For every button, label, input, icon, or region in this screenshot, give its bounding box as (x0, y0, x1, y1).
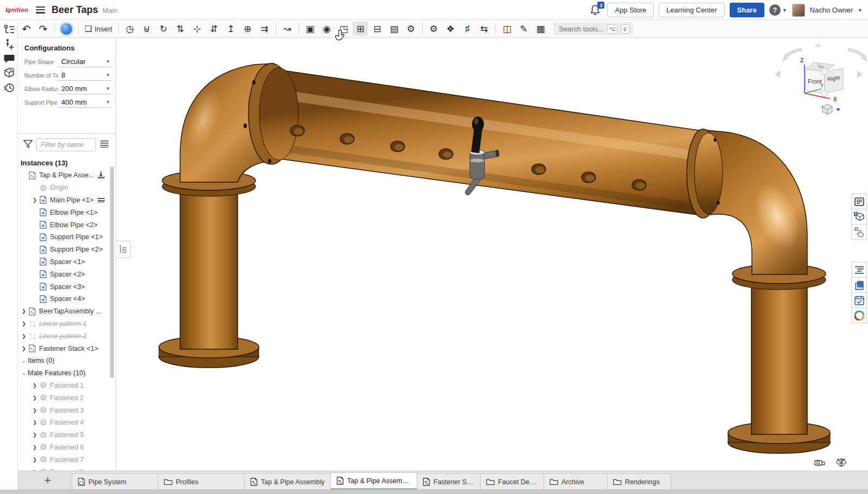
tree-item-row[interactable]: Spacer <4> (18, 293, 116, 305)
support-pipe-1[interactable] (159, 171, 259, 368)
config-value-dropdown[interactable]: 200 mm▼ (58, 84, 111, 94)
pin-slot-mate-icon[interactable]: ↥ (223, 22, 238, 36)
chevron-right-icon[interactable]: ❯ (20, 321, 28, 326)
rotate-up-arrow[interactable] (814, 43, 822, 47)
tree-item-row[interactable]: Spacer <1> (18, 256, 116, 268)
properties-panel-icon[interactable] (851, 194, 867, 209)
tree-item-row[interactable]: ❯Fastened 1 (18, 380, 116, 392)
slider-mate-icon[interactable]: ⇅ (173, 22, 188, 36)
planar-mate-icon[interactable]: ⊹ (189, 22, 205, 36)
bom-table-icon[interactable]: ▦ (533, 22, 548, 36)
search-tools-input[interactable]: Search tools... ⌥ c (553, 22, 633, 35)
linear-pattern-icon[interactable]: ▤ (386, 22, 401, 36)
graphics-area[interactable]: Front Right Top Z X Y (18, 38, 868, 471)
chevron-right-icon[interactable]: ❯ (31, 420, 39, 425)
document-tab[interactable]: Archive (544, 473, 608, 490)
group-icon[interactable]: ▣ (302, 22, 317, 36)
tree-item-row[interactable]: Elbow Pipe <2> (18, 219, 116, 231)
tree-item-row[interactable]: ❯Fastened 6 (18, 441, 116, 454)
rotate-right-step-arrow[interactable] (857, 70, 863, 78)
tree-section-row[interactable]: ⌄Mate Features (10) (18, 367, 116, 380)
bom-panel-icon[interactable] (851, 307, 867, 323)
insert-button[interactable]: ❏ Insert (81, 24, 116, 34)
chevron-right-icon[interactable]: ❯ (20, 346, 28, 351)
hidden-instances-icon[interactable] (851, 209, 867, 224)
list-options-icon[interactable] (100, 140, 109, 150)
config-value-dropdown[interactable]: 8▼ (58, 70, 111, 81)
history-icon[interactable] (0, 80, 18, 95)
chevron-right-icon[interactable]: ❯ (31, 408, 39, 413)
rotate-left-step-arrow[interactable] (775, 70, 780, 78)
tree-item-row[interactable]: ❯BeerTapAssembly ... (18, 305, 116, 318)
assembly-3d-view[interactable] (18, 38, 868, 471)
comb-pattern-icon[interactable]: ♯ (459, 22, 475, 36)
document-tab[interactable]: Profiles (158, 473, 245, 490)
chevron-right-icon[interactable]: ❯ (31, 197, 39, 203)
undo-button[interactable]: ↶ (19, 22, 34, 36)
document-tab[interactable]: Fastener Stack (417, 473, 481, 490)
tree-item-row[interactable]: ❯Linear pattern 1 (18, 318, 116, 330)
help-cube-icon[interactable]: ? (0, 66, 18, 80)
tree-item-row[interactable]: ❯Fastener Stack <1> (18, 342, 116, 355)
main-pipe[interactable] (244, 63, 723, 218)
versions-icon[interactable] (0, 36, 18, 51)
tree-item-row[interactable]: ❯Main Pipe <1> (18, 194, 116, 207)
tree-item-row[interactable]: Support Pipe <1> (18, 231, 116, 243)
chevron-right-icon[interactable]: ❯ (31, 383, 39, 388)
document-tab[interactable]: Tap & Pipe Assembly (244, 473, 331, 490)
ball-mate-icon[interactable]: ⊕ (240, 22, 255, 36)
tree-item-row[interactable]: ❯Fastened 3 (18, 404, 116, 416)
view-cube[interactable]: Front Right Top Z X Y (764, 41, 868, 119)
elbow-pipe-2[interactable] (706, 130, 808, 274)
chevron-right-icon[interactable]: ❯ (31, 432, 39, 438)
tree-scrollbar[interactable] (110, 166, 114, 378)
tasks-panel-icon[interactable] (851, 292, 867, 308)
avatar[interactable] (792, 4, 805, 17)
chevron-down-icon[interactable]: ⌄ (20, 370, 28, 376)
update-document-icon[interactable] (61, 23, 72, 35)
chevron-right-icon[interactable]: ❯ (20, 309, 28, 314)
copy-in-context-icon[interactable]: ⊟ (369, 22, 385, 36)
tree-item-row[interactable]: ❯Fastened 7 (18, 453, 116, 466)
view-options-button[interactable] (822, 104, 840, 114)
tree-item-row[interactable]: ❯Fastened 8 (18, 466, 116, 471)
tree-item-row[interactable]: ❯Fastened 2 (18, 392, 116, 404)
filter-input[interactable] (36, 138, 96, 151)
feature-list-icon[interactable] (851, 262, 867, 278)
redo-button[interactable]: ↷ (36, 22, 51, 36)
app-store-button[interactable]: App Store (607, 3, 654, 17)
fastened-mate-icon[interactable]: ⊎ (139, 22, 154, 36)
tree-item-row[interactable]: Spacer <3> (18, 280, 116, 293)
revolute-mate-icon[interactable]: ↻ (156, 22, 171, 36)
config-value-dropdown[interactable]: 400 mm▼ (58, 97, 111, 108)
measure-icon[interactable] (814, 457, 826, 467)
drawing-icon[interactable]: ✎ (516, 22, 531, 36)
chevron-right-icon[interactable]: ❯ (20, 333, 28, 339)
assembly-structure-icon[interactable] (0, 22, 18, 36)
drag-part-icon[interactable] (851, 224, 867, 240)
section-view-icon[interactable]: ◫ (499, 22, 514, 36)
rollback-bar-icon[interactable]: ◷ (122, 22, 137, 36)
tree-item-row[interactable]: Support Pipe <2> (18, 243, 116, 256)
tree-item-row[interactable]: Spacer <2> (18, 268, 116, 280)
insert-feature-icon[interactable]: ◉ (319, 22, 334, 36)
tree-item-row[interactable]: ❯Fastened 4 (18, 416, 116, 429)
panel-collapse-handle[interactable] (116, 241, 131, 258)
help-menu[interactable]: ? ▼ (769, 4, 787, 16)
chevron-right-icon[interactable]: ❯ (31, 457, 39, 463)
chevron-right-icon[interactable]: ❯ (31, 445, 39, 450)
replicate-icon[interactable]: ⊞ (353, 22, 368, 36)
document-tab[interactable]: Pipe System (72, 473, 158, 490)
subassembly-icon[interactable]: ⚙ (403, 22, 418, 36)
chevron-right-icon[interactable]: ❯ (31, 395, 39, 401)
cylindrical-mate-icon[interactable]: ⇵ (206, 22, 221, 36)
main-menu-icon[interactable] (36, 7, 45, 14)
filter-icon[interactable] (23, 139, 33, 150)
tree-item-row[interactable]: ❯Linear pattern 2 (18, 330, 116, 342)
parallel-mate-icon[interactable]: ⇉ (257, 22, 272, 36)
tree-item-row[interactable]: Elbow Pipe <1> (18, 206, 116, 219)
tree-item-row[interactable]: Tap & Pipe Asse... (18, 169, 116, 182)
notifications-button[interactable]: 3 (588, 3, 602, 17)
document-tab[interactable]: Tap & Pipe Assembly C... (330, 472, 417, 490)
support-pipe-2[interactable] (728, 264, 830, 453)
